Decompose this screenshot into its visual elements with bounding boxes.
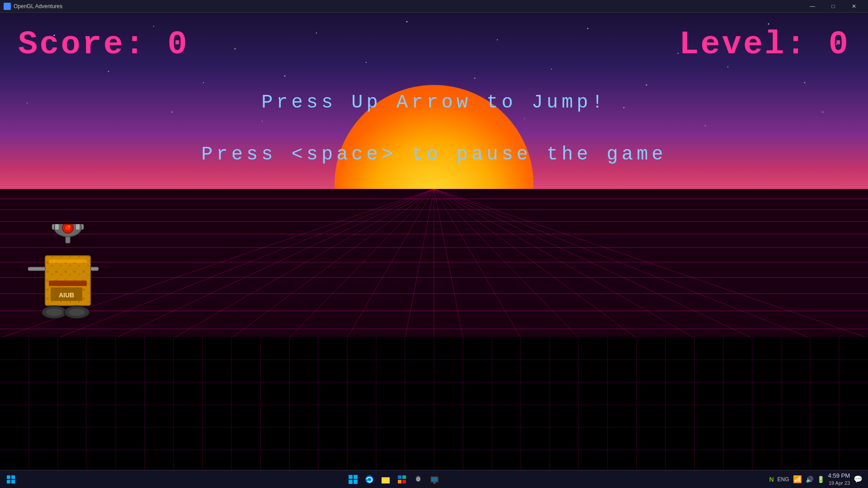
clock-date: 19 Apr 23	[828, 480, 850, 486]
svg-rect-96	[55, 224, 59, 230]
volume-icon: 🔊	[806, 476, 813, 483]
svg-point-18	[804, 82, 806, 84]
svg-line-50	[434, 189, 637, 338]
robot-character: AIUB	[27, 224, 90, 333]
svg-text:AIUB: AIUB	[59, 291, 74, 299]
svg-line-49	[434, 189, 579, 338]
taskbar: N ENG 📶 🔊 🔋 4:59 PM 19 Apr 23 💬	[0, 470, 868, 488]
svg-point-12	[284, 75, 286, 77]
taskbar-center	[346, 472, 442, 487]
taskbar-clock: 4:59 PM 19 Apr 23	[828, 472, 850, 486]
svg-point-11	[203, 82, 204, 83]
svg-line-54	[434, 189, 868, 338]
svg-point-16	[646, 84, 647, 86]
svg-rect-120	[349, 480, 353, 484]
svg-rect-101	[49, 281, 87, 286]
svg-rect-108	[90, 267, 99, 271]
svg-rect-100	[49, 259, 87, 263]
taskbar-windows-icon[interactable]	[346, 472, 360, 487]
language-indicator: ENG	[778, 476, 789, 483]
svg-rect-114	[7, 475, 10, 479]
svg-point-95	[68, 225, 70, 227]
taskbar-store-icon[interactable]	[395, 472, 409, 487]
svg-rect-121	[354, 480, 358, 484]
svg-line-48	[434, 189, 521, 338]
notification-icon[interactable]: 💬	[854, 475, 863, 483]
svg-rect-126	[402, 475, 406, 479]
svg-point-8	[768, 23, 769, 25]
level-display: Level: 0	[679, 26, 850, 63]
svg-line-44	[347, 189, 434, 338]
svg-line-43	[289, 189, 434, 338]
instruction-jump: Press Up Arrow to Jump!	[0, 92, 868, 113]
svg-rect-116	[7, 480, 10, 483]
svg-line-47	[434, 189, 463, 338]
black-ground	[0, 337, 868, 488]
svg-rect-124	[382, 478, 390, 483]
svg-point-94	[65, 225, 71, 231]
svg-point-106	[46, 309, 62, 316]
svg-point-14	[474, 78, 476, 79]
svg-point-15	[551, 69, 552, 70]
svg-point-17	[727, 66, 728, 67]
taskbar-settings-icon[interactable]	[411, 472, 425, 487]
svg-point-107	[69, 309, 85, 316]
svg-rect-115	[11, 475, 15, 479]
taskbar-app-icon[interactable]	[427, 472, 442, 487]
svg-point-4	[406, 21, 408, 23]
nvidia-icon: N	[769, 476, 774, 483]
svg-line-39	[58, 189, 434, 338]
taskbar-edge-icon[interactable]	[362, 472, 377, 487]
svg-rect-97	[76, 224, 80, 230]
svg-point-21	[262, 121, 263, 122]
window-controls: — □ ✕	[802, 0, 864, 13]
title-bar: OpenGL Adventures — □ ✕	[0, 0, 868, 13]
svg-rect-125	[398, 475, 401, 479]
taskbar-left	[0, 472, 18, 487]
svg-line-42	[231, 189, 434, 338]
svg-point-25	[705, 125, 706, 126]
title-bar-left: OpenGL Adventures	[4, 3, 62, 10]
svg-rect-118	[349, 475, 353, 479]
svg-line-41	[174, 189, 434, 338]
svg-line-45	[405, 189, 434, 338]
game-area: Score: 0 Level: 0 Press Up Arrow to Jump…	[0, 13, 868, 488]
svg-line-52	[434, 189, 752, 338]
ground-area	[0, 189, 868, 338]
maximize-button[interactable]: □	[823, 0, 844, 13]
svg-rect-128	[402, 480, 406, 483]
ground-grid	[0, 189, 868, 338]
svg-line-53	[434, 189, 810, 338]
svg-rect-131	[431, 477, 438, 482]
svg-line-51	[434, 189, 694, 338]
instruction-pause: Press <space> to pause the game	[0, 144, 868, 165]
battery-icon: 🔋	[817, 476, 825, 483]
black-ground-grid	[0, 337, 868, 488]
svg-rect-117	[11, 480, 15, 483]
taskbar-right: N ENG 📶 🔊 🔋 4:59 PM 19 Apr 23 💬	[769, 472, 868, 486]
score-display: Score: 0	[18, 26, 189, 63]
svg-point-10	[108, 71, 109, 72]
hud: Score: 0 Level: 0	[0, 26, 868, 63]
taskbar-explorer-icon[interactable]	[378, 472, 393, 487]
start-button[interactable]	[4, 472, 18, 487]
svg-rect-133	[433, 482, 436, 483]
minimize-button[interactable]: —	[802, 0, 823, 13]
close-button[interactable]: ✕	[844, 0, 864, 13]
svg-rect-109	[28, 267, 45, 271]
wifi-icon: 📶	[793, 475, 802, 483]
window-title: OpenGL Adventures	[14, 3, 62, 9]
app-icon	[4, 3, 11, 10]
svg-rect-119	[354, 475, 358, 479]
svg-rect-127	[398, 480, 401, 483]
svg-line-40	[116, 189, 434, 338]
clock-time: 4:59 PM	[828, 472, 850, 480]
